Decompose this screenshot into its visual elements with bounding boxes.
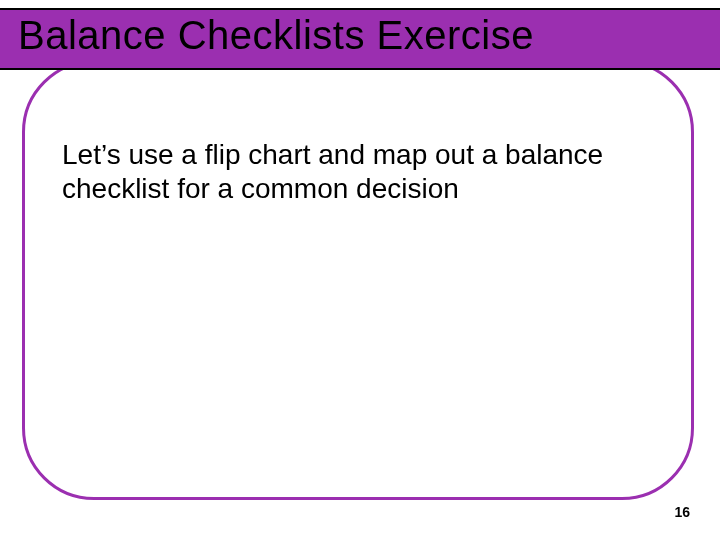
content-frame [22,60,694,500]
page-number: 16 [674,504,690,520]
slide-body-text: Let’s use a flip chart and map out a bal… [62,138,652,206]
slide-title: Balance Checklists Exercise [18,13,534,58]
